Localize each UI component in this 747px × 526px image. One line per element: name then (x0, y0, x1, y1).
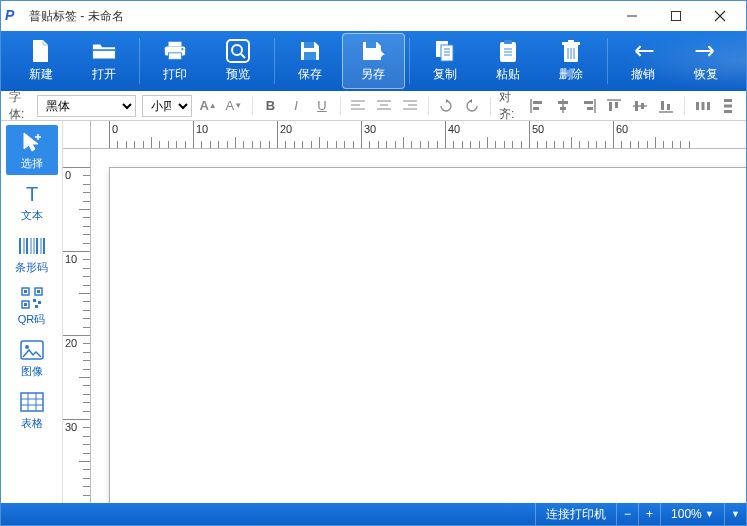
tool-select[interactable]: 选择 (6, 125, 58, 175)
distribute-h-button[interactable] (693, 95, 713, 117)
label-page[interactable] (109, 167, 746, 503)
svg-rect-50 (609, 102, 612, 111)
svg-rect-9 (227, 40, 249, 62)
svg-rect-78 (24, 303, 27, 306)
redo-button[interactable]: 恢复 (675, 33, 738, 89)
obj-align-bottom-button[interactable] (656, 95, 676, 117)
obj-align-hcenter-button[interactable] (553, 95, 573, 117)
rotate-cw-button[interactable] (437, 95, 457, 117)
svg-rect-54 (641, 103, 644, 109)
zoom-level[interactable]: 100% ▼ (660, 503, 724, 525)
svg-rect-53 (635, 101, 638, 111)
delete-button[interactable]: 删除 (540, 33, 603, 89)
zoom-in-button[interactable]: + (638, 503, 660, 525)
trash-icon (559, 39, 583, 63)
format-toolbar: 字体: 黑体 小四 A▲ A▼ B I U 对齐: (1, 91, 746, 121)
tool-image[interactable]: 图像 (6, 333, 58, 383)
svg-rect-12 (304, 42, 314, 48)
svg-rect-47 (584, 101, 593, 104)
font-increase-button[interactable]: A▲ (198, 95, 218, 117)
font-family-select[interactable]: 黑体 (37, 95, 136, 117)
status-bar: 连接打印机 − + 100% ▼ ▼ (1, 503, 746, 525)
svg-rect-56 (661, 101, 664, 110)
svg-rect-26 (562, 42, 580, 45)
vertical-ruler[interactable]: 010203040 (63, 149, 91, 503)
minimize-icon (626, 10, 638, 22)
svg-rect-7 (169, 53, 182, 59)
undo-arrow-icon (631, 39, 655, 63)
preview-button[interactable]: 预览 (207, 33, 270, 89)
align-left-button[interactable] (349, 95, 369, 117)
svg-rect-58 (696, 102, 699, 110)
copy-button[interactable]: 复制 (414, 33, 477, 89)
canvas-viewport[interactable] (91, 149, 746, 503)
align-label: 对齐: (499, 89, 521, 123)
ribbon-separator (607, 38, 608, 84)
copy-icon (433, 39, 457, 63)
svg-rect-51 (615, 102, 618, 108)
paste-button[interactable]: 粘贴 (477, 33, 540, 89)
svg-rect-13 (304, 52, 316, 60)
minimize-button[interactable] (610, 2, 654, 30)
new-button[interactable]: 新建 (9, 33, 72, 89)
svg-rect-76 (37, 290, 40, 293)
svg-rect-79 (33, 299, 36, 302)
ribbon-toolbar: 新建 打开 打印 预览 保存 另存 复制 粘贴 删除 撤销 恢复 (1, 31, 746, 91)
ribbon-separator (274, 38, 275, 84)
svg-rect-16 (441, 45, 453, 61)
svg-rect-63 (724, 110, 732, 113)
obj-align-right-button[interactable] (579, 95, 599, 117)
work-area: 选择 T 文本 条形码 QR码 图像 表格 0102030405060 0102 (1, 121, 746, 503)
svg-point-8 (182, 48, 184, 50)
italic-button[interactable]: I (286, 95, 306, 117)
undo-button[interactable]: 撤销 (612, 33, 675, 89)
save-as-icon (361, 39, 385, 63)
close-icon (714, 10, 726, 22)
svg-point-10 (232, 45, 242, 55)
close-button[interactable] (698, 2, 742, 30)
ribbon-separator (409, 38, 410, 84)
table-icon (18, 390, 46, 414)
distribute-v-button[interactable] (718, 95, 738, 117)
svg-rect-27 (568, 40, 574, 42)
print-button[interactable]: 打印 (144, 33, 207, 89)
align-right-button[interactable] (400, 95, 420, 117)
zoom-menu-button[interactable]: ▼ (724, 503, 746, 525)
svg-rect-1 (672, 12, 681, 21)
tool-qrcode[interactable]: QR码 (6, 281, 58, 331)
canvas-area: 0102030405060 010203040 (63, 121, 746, 503)
maximize-button[interactable] (654, 2, 698, 30)
font-label: 字体: (9, 89, 31, 123)
save-icon (298, 39, 322, 63)
save-button[interactable]: 保存 (279, 33, 342, 89)
tool-table[interactable]: 表格 (6, 385, 58, 435)
connect-printer-button[interactable]: 连接打印机 (535, 503, 616, 525)
tool-text[interactable]: T 文本 (6, 177, 58, 227)
horizontal-ruler[interactable]: 0102030405060 (91, 121, 746, 149)
tool-barcode[interactable]: 条形码 (6, 229, 58, 279)
svg-rect-84 (21, 393, 43, 411)
font-decrease-button[interactable]: A▼ (224, 95, 244, 117)
rotate-ccw-button[interactable] (462, 95, 482, 117)
folder-open-icon (92, 39, 116, 63)
title-bar: P 普贴标签 - 未命名 (1, 1, 746, 31)
svg-rect-5 (169, 42, 182, 47)
bold-button[interactable]: B (261, 95, 281, 117)
underline-button[interactable]: U (312, 95, 332, 117)
obj-align-top-button[interactable] (605, 95, 625, 117)
align-center-button[interactable] (374, 95, 394, 117)
open-button[interactable]: 打开 (72, 33, 135, 89)
obj-align-vcenter-button[interactable] (630, 95, 650, 117)
svg-rect-21 (504, 40, 512, 44)
font-size-select[interactable]: 小四 (142, 95, 192, 117)
obj-align-left-button[interactable] (527, 95, 547, 117)
zoom-out-button[interactable]: − (616, 503, 638, 525)
new-file-icon (29, 39, 53, 63)
svg-rect-57 (667, 104, 670, 110)
barcode-icon (18, 234, 46, 258)
app-logo-icon: P (5, 7, 23, 25)
save-as-button[interactable]: 另存 (342, 33, 405, 89)
svg-rect-80 (38, 301, 41, 304)
svg-rect-42 (533, 107, 539, 110)
svg-rect-81 (35, 305, 38, 308)
